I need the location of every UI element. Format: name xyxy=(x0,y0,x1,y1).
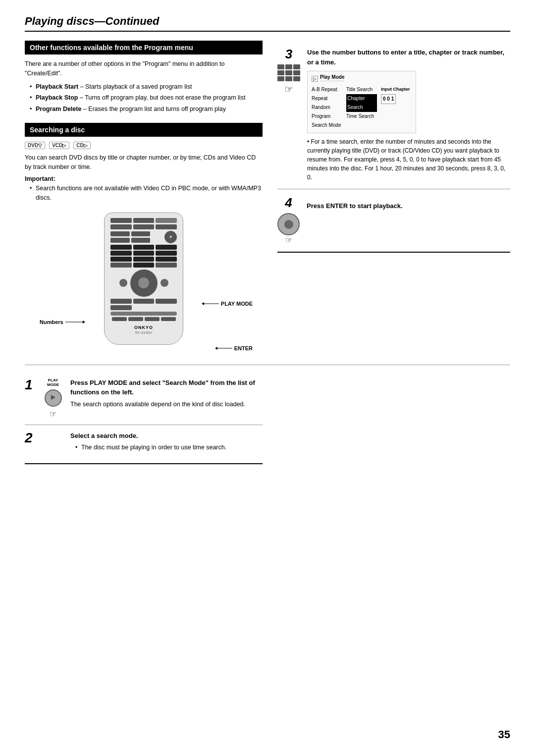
num-btn-6[interactable] xyxy=(156,251,177,256)
num-btn-8[interactable] xyxy=(133,257,155,262)
enter-icon xyxy=(284,220,293,229)
icon-btn xyxy=(293,70,300,75)
menu-item: Repeat xyxy=(312,94,342,103)
searching-header: Searching a disc xyxy=(25,123,263,137)
icon-btn xyxy=(285,76,292,81)
bullet-desc: – Turns off program play, but does not e… xyxy=(78,94,245,101)
vcd-logo: VCD▷ xyxy=(49,142,69,149)
menu-right-col: Input Chapter 0 0 1 xyxy=(381,85,412,130)
icon-btn xyxy=(285,64,292,69)
step-1-block: 1 PLAYMODE ☞ Press PLAY MODE and select … xyxy=(25,372,263,425)
step-4-block: 4 ☞ Press ENTER to start playback. xyxy=(277,189,510,253)
bottom-right xyxy=(277,372,510,464)
important-list: Search functions are not available with … xyxy=(25,184,263,203)
menu-item: Random xyxy=(312,103,342,112)
finger-icon: ☞ xyxy=(285,235,292,245)
nav-wheel[interactable] xyxy=(130,270,158,297)
finger-icon: ☞ xyxy=(277,83,300,95)
step-3-icon: 3 ☞ xyxy=(277,48,300,182)
step-3-body: • For a time search, enter the number of… xyxy=(307,137,510,182)
other-functions-list: Playback Start – Starts playback of a sa… xyxy=(25,82,263,114)
num-btn-9[interactable] xyxy=(156,257,177,262)
menu-item-highlighted: Chapter Search xyxy=(346,94,377,112)
num-btn-2[interactable] xyxy=(133,245,155,250)
list-item: Search functions are not available with … xyxy=(30,184,263,203)
step-2-list: The disc must be playing in order to use… xyxy=(70,443,263,452)
num-btn-7[interactable] xyxy=(110,257,132,262)
svg-marker-1 xyxy=(83,321,85,324)
remote-area: Numbers xyxy=(25,213,263,345)
menu-left-col: A-B Repeat Repeat Random Program Search … xyxy=(312,85,342,130)
remote-btn xyxy=(110,312,177,316)
main-layout: Other functions available from the Progr… xyxy=(25,41,510,355)
remote-control: ONKYO RC-614DV xyxy=(104,213,183,345)
icon-btn xyxy=(277,70,284,75)
bullet-term: Playback Stop xyxy=(36,94,78,101)
svg-marker-7 xyxy=(51,395,55,400)
remote-btn xyxy=(160,279,168,287)
play-mode-icon-label: PLAYMODE xyxy=(47,378,59,387)
model-label: RC-614DV xyxy=(110,331,177,334)
num-btn-1[interactable] xyxy=(110,245,132,250)
left-column: Other functions available from the Progr… xyxy=(25,41,263,355)
num-btn-0[interactable] xyxy=(133,263,155,268)
svg-marker-4 xyxy=(202,302,204,305)
bullet-term: Program Delete xyxy=(36,106,81,112)
remote-btn xyxy=(133,299,155,304)
icon-btn xyxy=(293,64,300,69)
bottom-left: 1 PLAYMODE ☞ Press PLAY MODE and select … xyxy=(25,372,263,464)
num-btn-4[interactable] xyxy=(110,251,132,256)
play-mode-menu: ▷ Play Mode A-B Repeat Repeat Random Pro… xyxy=(307,71,416,133)
play-mode-button[interactable] xyxy=(164,231,177,243)
page-title: Playing discs—Continued xyxy=(25,15,510,32)
remote-btn xyxy=(156,299,177,304)
bullet-desc: – Erases the program list and turns off … xyxy=(81,106,226,112)
num-btn-3[interactable] xyxy=(156,245,177,250)
remote-btn xyxy=(131,231,151,236)
menu-icon: ▷ xyxy=(312,76,318,82)
remote-btn xyxy=(156,218,177,223)
searching-intro: You can search DVD discs by title or cha… xyxy=(25,153,263,172)
play-triangle-icon xyxy=(50,394,56,401)
remote-btn xyxy=(145,317,160,321)
menu-item: Search Mode xyxy=(312,121,342,130)
remote-btn xyxy=(110,263,132,268)
numbers-arrow-icon xyxy=(65,320,85,324)
finger-icon-step1: ☞ xyxy=(50,409,56,419)
list-item: Program Delete – Erases the program list… xyxy=(30,105,263,114)
icon-btn xyxy=(285,70,292,75)
remote-btn xyxy=(156,263,177,268)
remote-btn xyxy=(156,224,177,229)
play-mode-arrow-icon xyxy=(202,301,219,306)
other-functions-header: Other functions available from the Progr… xyxy=(25,41,263,54)
icon-btn xyxy=(277,76,284,81)
bottom-layout: 1 PLAYMODE ☞ Press PLAY MODE and select … xyxy=(25,365,510,464)
remote-btn xyxy=(131,238,151,243)
numbers-label: Numbers xyxy=(40,319,85,325)
menu-item: Program xyxy=(312,112,342,121)
remote-btn xyxy=(128,317,143,321)
enter-label: ENTER xyxy=(215,345,253,351)
menu-middle-col: Title Search Chapter Search Time Search xyxy=(346,85,377,130)
list-item: Playback Stop – Turns off program play, … xyxy=(30,93,263,103)
step-2-block: 2 Select a search mode. The disc must be… xyxy=(25,425,263,464)
remote-btn xyxy=(161,317,176,321)
num-btn-5[interactable] xyxy=(133,251,155,256)
important-label: Important: xyxy=(25,175,263,182)
bullet-desc: – Starts playback of a saved program lis… xyxy=(78,83,192,90)
brand-label: ONKYO xyxy=(110,325,177,330)
remote-btn xyxy=(133,224,155,229)
enter-arrow-icon xyxy=(215,346,232,351)
enter-button[interactable] xyxy=(138,277,149,288)
remote-btn xyxy=(110,224,132,229)
remote-btn xyxy=(110,238,130,243)
step-2-icon xyxy=(41,431,65,457)
list-item: Playback Start – Starts playback of a sa… xyxy=(30,82,263,92)
cd-logo: CD▷ xyxy=(73,142,90,149)
svg-marker-6 xyxy=(215,347,217,350)
play-mode-icon xyxy=(45,389,62,407)
nav-wheel-icon xyxy=(277,213,300,235)
searching-section: Searching a disc DVD▽ VCD▷ CD▷ You can s… xyxy=(25,123,263,203)
page-number: 35 xyxy=(498,728,510,741)
remote-btn xyxy=(110,305,132,310)
